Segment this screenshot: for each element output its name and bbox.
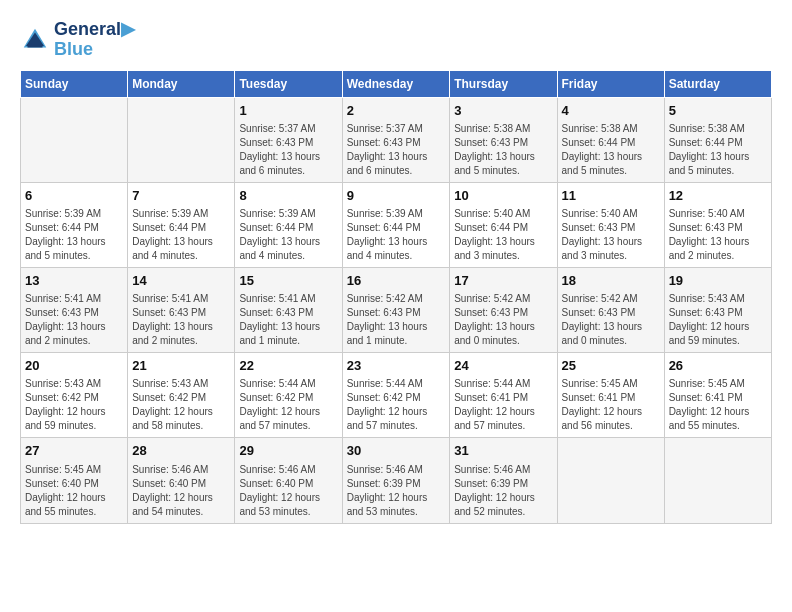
day-info: Sunrise: 5:43 AM Sunset: 6:43 PM Dayligh… xyxy=(669,292,767,348)
day-info: Sunrise: 5:46 AM Sunset: 6:39 PM Dayligh… xyxy=(347,463,446,519)
day-cell: 29Sunrise: 5:46 AM Sunset: 6:40 PM Dayli… xyxy=(235,438,342,523)
weekday-header-saturday: Saturday xyxy=(664,70,771,97)
day-cell: 1Sunrise: 5:37 AM Sunset: 6:43 PM Daylig… xyxy=(235,97,342,182)
day-cell xyxy=(128,97,235,182)
day-info: Sunrise: 5:45 AM Sunset: 6:41 PM Dayligh… xyxy=(562,377,660,433)
day-info: Sunrise: 5:44 AM Sunset: 6:41 PM Dayligh… xyxy=(454,377,552,433)
day-number: 11 xyxy=(562,187,660,205)
week-row-2: 6Sunrise: 5:39 AM Sunset: 6:44 PM Daylig… xyxy=(21,182,772,267)
weekday-header-sunday: Sunday xyxy=(21,70,128,97)
day-number: 15 xyxy=(239,272,337,290)
day-cell: 13Sunrise: 5:41 AM Sunset: 6:43 PM Dayli… xyxy=(21,267,128,352)
day-info: Sunrise: 5:38 AM Sunset: 6:43 PM Dayligh… xyxy=(454,122,552,178)
day-info: Sunrise: 5:45 AM Sunset: 6:41 PM Dayligh… xyxy=(669,377,767,433)
day-info: Sunrise: 5:41 AM Sunset: 6:43 PM Dayligh… xyxy=(25,292,123,348)
day-cell xyxy=(21,97,128,182)
day-info: Sunrise: 5:40 AM Sunset: 6:43 PM Dayligh… xyxy=(562,207,660,263)
day-cell: 3Sunrise: 5:38 AM Sunset: 6:43 PM Daylig… xyxy=(450,97,557,182)
day-cell: 14Sunrise: 5:41 AM Sunset: 6:43 PM Dayli… xyxy=(128,267,235,352)
day-cell: 19Sunrise: 5:43 AM Sunset: 6:43 PM Dayli… xyxy=(664,267,771,352)
day-number: 19 xyxy=(669,272,767,290)
day-number: 6 xyxy=(25,187,123,205)
day-cell: 5Sunrise: 5:38 AM Sunset: 6:44 PM Daylig… xyxy=(664,97,771,182)
day-number: 13 xyxy=(25,272,123,290)
day-cell: 18Sunrise: 5:42 AM Sunset: 6:43 PM Dayli… xyxy=(557,267,664,352)
day-number: 7 xyxy=(132,187,230,205)
day-number: 10 xyxy=(454,187,552,205)
day-info: Sunrise: 5:39 AM Sunset: 6:44 PM Dayligh… xyxy=(25,207,123,263)
day-info: Sunrise: 5:39 AM Sunset: 6:44 PM Dayligh… xyxy=(132,207,230,263)
day-info: Sunrise: 5:43 AM Sunset: 6:42 PM Dayligh… xyxy=(25,377,123,433)
day-number: 21 xyxy=(132,357,230,375)
day-cell: 31Sunrise: 5:46 AM Sunset: 6:39 PM Dayli… xyxy=(450,438,557,523)
day-info: Sunrise: 5:41 AM Sunset: 6:43 PM Dayligh… xyxy=(239,292,337,348)
weekday-header-tuesday: Tuesday xyxy=(235,70,342,97)
day-cell: 22Sunrise: 5:44 AM Sunset: 6:42 PM Dayli… xyxy=(235,353,342,438)
week-row-5: 27Sunrise: 5:45 AM Sunset: 6:40 PM Dayli… xyxy=(21,438,772,523)
day-number: 3 xyxy=(454,102,552,120)
day-info: Sunrise: 5:37 AM Sunset: 6:43 PM Dayligh… xyxy=(347,122,446,178)
day-info: Sunrise: 5:40 AM Sunset: 6:44 PM Dayligh… xyxy=(454,207,552,263)
day-cell: 7Sunrise: 5:39 AM Sunset: 6:44 PM Daylig… xyxy=(128,182,235,267)
day-cell: 28Sunrise: 5:46 AM Sunset: 6:40 PM Dayli… xyxy=(128,438,235,523)
week-row-4: 20Sunrise: 5:43 AM Sunset: 6:42 PM Dayli… xyxy=(21,353,772,438)
day-number: 22 xyxy=(239,357,337,375)
day-info: Sunrise: 5:39 AM Sunset: 6:44 PM Dayligh… xyxy=(239,207,337,263)
day-info: Sunrise: 5:38 AM Sunset: 6:44 PM Dayligh… xyxy=(562,122,660,178)
week-row-1: 1Sunrise: 5:37 AM Sunset: 6:43 PM Daylig… xyxy=(21,97,772,182)
weekday-header-thursday: Thursday xyxy=(450,70,557,97)
day-cell: 20Sunrise: 5:43 AM Sunset: 6:42 PM Dayli… xyxy=(21,353,128,438)
day-number: 29 xyxy=(239,442,337,460)
day-cell: 15Sunrise: 5:41 AM Sunset: 6:43 PM Dayli… xyxy=(235,267,342,352)
day-number: 28 xyxy=(132,442,230,460)
day-info: Sunrise: 5:40 AM Sunset: 6:43 PM Dayligh… xyxy=(669,207,767,263)
day-number: 5 xyxy=(669,102,767,120)
day-info: Sunrise: 5:44 AM Sunset: 6:42 PM Dayligh… xyxy=(239,377,337,433)
day-number: 14 xyxy=(132,272,230,290)
logo-icon xyxy=(20,25,50,55)
day-info: Sunrise: 5:38 AM Sunset: 6:44 PM Dayligh… xyxy=(669,122,767,178)
day-cell: 10Sunrise: 5:40 AM Sunset: 6:44 PM Dayli… xyxy=(450,182,557,267)
day-number: 27 xyxy=(25,442,123,460)
day-cell: 9Sunrise: 5:39 AM Sunset: 6:44 PM Daylig… xyxy=(342,182,450,267)
day-number: 2 xyxy=(347,102,446,120)
day-number: 1 xyxy=(239,102,337,120)
day-info: Sunrise: 5:45 AM Sunset: 6:40 PM Dayligh… xyxy=(25,463,123,519)
day-cell: 23Sunrise: 5:44 AM Sunset: 6:42 PM Dayli… xyxy=(342,353,450,438)
day-number: 30 xyxy=(347,442,446,460)
day-cell: 8Sunrise: 5:39 AM Sunset: 6:44 PM Daylig… xyxy=(235,182,342,267)
page-header: General▶ Blue xyxy=(20,20,772,60)
day-info: Sunrise: 5:41 AM Sunset: 6:43 PM Dayligh… xyxy=(132,292,230,348)
day-number: 9 xyxy=(347,187,446,205)
day-cell: 2Sunrise: 5:37 AM Sunset: 6:43 PM Daylig… xyxy=(342,97,450,182)
day-cell: 26Sunrise: 5:45 AM Sunset: 6:41 PM Dayli… xyxy=(664,353,771,438)
weekday-header-monday: Monday xyxy=(128,70,235,97)
day-cell: 16Sunrise: 5:42 AM Sunset: 6:43 PM Dayli… xyxy=(342,267,450,352)
day-info: Sunrise: 5:39 AM Sunset: 6:44 PM Dayligh… xyxy=(347,207,446,263)
day-info: Sunrise: 5:43 AM Sunset: 6:42 PM Dayligh… xyxy=(132,377,230,433)
day-number: 16 xyxy=(347,272,446,290)
week-row-3: 13Sunrise: 5:41 AM Sunset: 6:43 PM Dayli… xyxy=(21,267,772,352)
day-cell: 30Sunrise: 5:46 AM Sunset: 6:39 PM Dayli… xyxy=(342,438,450,523)
day-number: 18 xyxy=(562,272,660,290)
day-cell: 25Sunrise: 5:45 AM Sunset: 6:41 PM Dayli… xyxy=(557,353,664,438)
logo: General▶ Blue xyxy=(20,20,135,60)
day-number: 26 xyxy=(669,357,767,375)
day-cell: 27Sunrise: 5:45 AM Sunset: 6:40 PM Dayli… xyxy=(21,438,128,523)
day-cell: 21Sunrise: 5:43 AM Sunset: 6:42 PM Dayli… xyxy=(128,353,235,438)
calendar-table: SundayMondayTuesdayWednesdayThursdayFrid… xyxy=(20,70,772,524)
day-number: 12 xyxy=(669,187,767,205)
day-info: Sunrise: 5:42 AM Sunset: 6:43 PM Dayligh… xyxy=(562,292,660,348)
logo-text: General▶ Blue xyxy=(54,20,135,60)
day-number: 8 xyxy=(239,187,337,205)
day-number: 4 xyxy=(562,102,660,120)
day-cell xyxy=(664,438,771,523)
day-number: 25 xyxy=(562,357,660,375)
day-cell: 12Sunrise: 5:40 AM Sunset: 6:43 PM Dayli… xyxy=(664,182,771,267)
day-info: Sunrise: 5:46 AM Sunset: 6:40 PM Dayligh… xyxy=(239,463,337,519)
day-info: Sunrise: 5:46 AM Sunset: 6:39 PM Dayligh… xyxy=(454,463,552,519)
weekday-header-row: SundayMondayTuesdayWednesdayThursdayFrid… xyxy=(21,70,772,97)
day-number: 17 xyxy=(454,272,552,290)
svg-rect-2 xyxy=(28,44,43,47)
day-cell: 24Sunrise: 5:44 AM Sunset: 6:41 PM Dayli… xyxy=(450,353,557,438)
